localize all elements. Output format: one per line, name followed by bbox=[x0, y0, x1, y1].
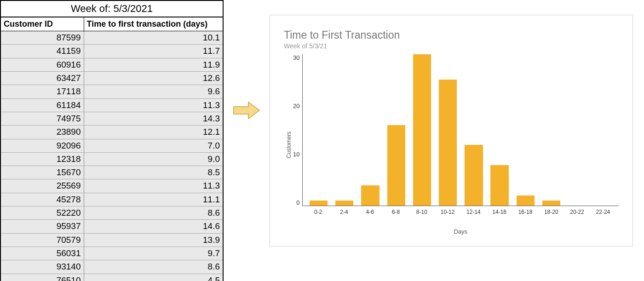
cell-days: 7.0 bbox=[84, 139, 223, 152]
x-axis-label: Days bbox=[302, 228, 619, 235]
cell-days: 8.6 bbox=[84, 260, 223, 274]
table-row: 6118411.3 bbox=[1, 98, 223, 112]
x-tick: 6-8 bbox=[383, 209, 408, 215]
table-row: 2389012.1 bbox=[1, 126, 223, 139]
bar-slot bbox=[383, 54, 409, 206]
y-tick: 0 bbox=[296, 199, 299, 206]
table-row: 171189.6 bbox=[1, 85, 223, 98]
chart-title: Time to First Transaction bbox=[284, 29, 619, 41]
table-row: 6342712.6 bbox=[1, 71, 223, 85]
table-row: 156708.5 bbox=[1, 166, 223, 179]
cell-customer-id: 87599 bbox=[1, 31, 84, 45]
cell-days: 12.6 bbox=[84, 71, 223, 85]
x-tick: 8-10 bbox=[409, 209, 435, 215]
table-row: 7057913.9 bbox=[1, 233, 223, 247]
bar bbox=[490, 165, 508, 206]
histogram-chart: Time to First Transaction Week of 5/3/21… bbox=[270, 15, 633, 247]
x-tick: 22-24 bbox=[590, 209, 616, 215]
bar-slot bbox=[357, 54, 383, 206]
table-row: 4527811.1 bbox=[1, 193, 223, 206]
bar-slot bbox=[409, 54, 435, 206]
cell-days: 8.5 bbox=[84, 166, 223, 179]
cell-days: 9.6 bbox=[84, 85, 223, 98]
cell-customer-id: 17118 bbox=[1, 85, 84, 98]
bar bbox=[361, 185, 379, 206]
cell-days: 11.7 bbox=[84, 45, 223, 58]
col-header-id: Customer ID bbox=[1, 17, 84, 31]
customer-table: Customer ID Time to first transaction (d… bbox=[1, 17, 223, 281]
bar-slot bbox=[564, 54, 590, 206]
x-tick: 14-16 bbox=[487, 209, 512, 215]
arrow-icon bbox=[224, 0, 270, 221]
cell-customer-id: 45278 bbox=[1, 193, 84, 206]
bar-slot bbox=[590, 54, 616, 206]
cell-days: 9.0 bbox=[84, 152, 223, 166]
table-row: 8759910.1 bbox=[1, 31, 223, 45]
cell-customer-id: 52220 bbox=[1, 206, 84, 220]
x-tick: 18-20 bbox=[538, 209, 564, 215]
x-tick: 16-18 bbox=[512, 209, 538, 215]
cell-days: 8.6 bbox=[84, 206, 223, 220]
cell-days: 11.1 bbox=[84, 193, 223, 206]
bar-slot bbox=[512, 54, 538, 206]
x-tick: 2-4 bbox=[331, 209, 357, 215]
cell-days: 11.3 bbox=[84, 98, 223, 112]
cell-customer-id: 93140 bbox=[1, 260, 84, 274]
cell-customer-id: 25569 bbox=[1, 179, 84, 193]
cell-customer-id: 41159 bbox=[1, 45, 84, 58]
x-tick: 4-6 bbox=[357, 209, 383, 215]
cell-days: 13.9 bbox=[84, 233, 223, 247]
cell-days: 14.6 bbox=[84, 220, 223, 233]
bar bbox=[335, 201, 353, 206]
table-row: 4115911.7 bbox=[1, 45, 223, 58]
cell-days: 12.1 bbox=[84, 126, 223, 139]
table-row: 522208.6 bbox=[1, 206, 223, 220]
x-tick: 20-22 bbox=[564, 209, 590, 215]
bar bbox=[465, 145, 483, 206]
col-header-days: Time to first transaction (days) bbox=[84, 17, 223, 31]
cell-days: 9.7 bbox=[84, 247, 223, 260]
cell-customer-id: 23890 bbox=[1, 126, 84, 139]
x-tick: 0-2 bbox=[305, 209, 331, 215]
table-row: 9593714.6 bbox=[1, 220, 223, 233]
y-tick: 20 bbox=[293, 103, 299, 109]
cell-customer-id: 92096 bbox=[1, 139, 84, 152]
plot-area bbox=[302, 54, 619, 206]
bar bbox=[542, 201, 560, 206]
x-axis-ticks: 0-22-44-66-88-1010-1212-1414-1616-1818-2… bbox=[302, 206, 619, 215]
bar bbox=[413, 54, 431, 206]
cell-customer-id: 56031 bbox=[1, 247, 84, 260]
cell-customer-id: 60916 bbox=[1, 58, 84, 71]
bar bbox=[517, 195, 535, 206]
y-axis-ticks: 3020100 bbox=[292, 54, 302, 206]
bar-slot bbox=[461, 54, 487, 206]
bar bbox=[310, 201, 328, 206]
table-row: 123189.0 bbox=[1, 152, 223, 166]
bar-slot bbox=[487, 54, 512, 206]
chart-subtitle: Week of 5/3/21 bbox=[284, 42, 619, 50]
table-row: 6091611.9 bbox=[1, 58, 223, 71]
bar-slot bbox=[538, 54, 564, 206]
cell-days: 4.5 bbox=[84, 274, 223, 281]
cell-days: 11.3 bbox=[84, 179, 223, 193]
cell-days: 14.3 bbox=[84, 112, 223, 125]
y-axis-label: Customers bbox=[284, 54, 292, 235]
data-table: Week of: 5/3/2021 Customer ID Time to fi… bbox=[0, 0, 224, 281]
cell-customer-id: 70579 bbox=[1, 233, 84, 247]
bar-slot bbox=[332, 54, 357, 206]
cell-customer-id: 74975 bbox=[1, 112, 84, 125]
table-row: 560319.7 bbox=[1, 247, 223, 260]
table-row: 2556911.3 bbox=[1, 179, 223, 193]
bar bbox=[387, 125, 405, 206]
cell-customer-id: 76510 bbox=[1, 274, 84, 281]
y-tick: 10 bbox=[293, 151, 299, 158]
cell-customer-id: 61184 bbox=[1, 98, 84, 112]
cell-customer-id: 12318 bbox=[1, 152, 84, 166]
table-row: 931408.6 bbox=[1, 260, 223, 274]
table-row: 920967.0 bbox=[1, 139, 223, 152]
cell-customer-id: 95937 bbox=[1, 220, 84, 233]
svg-marker-0 bbox=[234, 102, 259, 119]
y-tick: 30 bbox=[293, 54, 299, 61]
cell-days: 11.9 bbox=[84, 58, 223, 71]
x-tick: 12-14 bbox=[460, 209, 486, 215]
